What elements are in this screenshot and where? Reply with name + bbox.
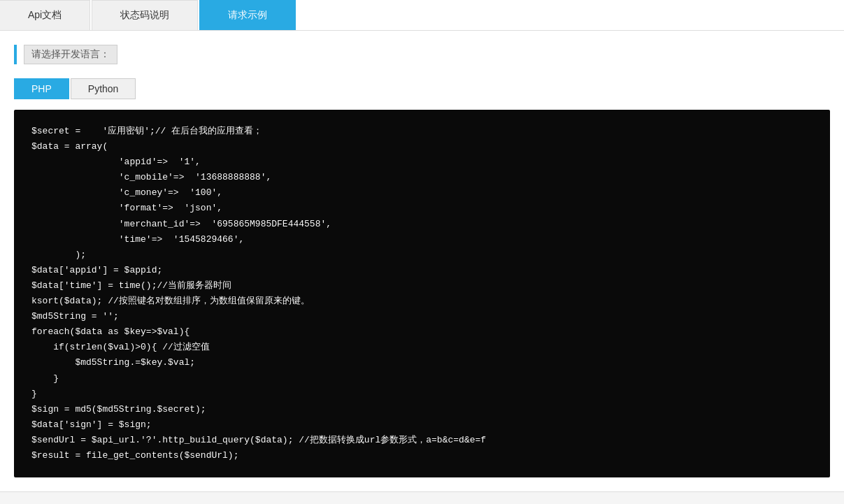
tab-status-code[interactable]: 状态码说明 bbox=[92, 0, 198, 30]
code-line-13: $md5String = ''; bbox=[31, 309, 813, 324]
code-line-16: $md5String.=$key.$val; bbox=[31, 355, 813, 370]
code-line-2: $data = array( bbox=[31, 139, 813, 154]
lang-selector-label: 请选择开发语言： bbox=[24, 45, 117, 64]
code-line-4: 'c_mobile'=> '13688888888', bbox=[31, 170, 813, 185]
code-line-1: $secret = '应用密钥';// 在后台我的应用查看； bbox=[31, 124, 813, 139]
code-line-8: 'time'=> '1545829466', bbox=[31, 232, 813, 247]
code-line-17: } bbox=[31, 371, 813, 387]
code-line-5: 'c_money'=> '100', bbox=[31, 185, 813, 201]
main-container: Api文档 状态码说明 请求示例 请选择开发语言： PHP Python $se… bbox=[0, 0, 844, 504]
code-line-3: 'appid'=> '1', bbox=[31, 154, 813, 170]
content-area: 请选择开发语言： PHP Python $secret = '应用密钥';// … bbox=[0, 31, 844, 491]
code-line-10: $data['appid'] = $appid; bbox=[31, 263, 813, 278]
lang-btn-python[interactable]: Python bbox=[71, 78, 136, 99]
code-line-15: if(strlen($val)>0){ //过滤空值 bbox=[31, 340, 813, 355]
code-line-18: } bbox=[31, 387, 813, 402]
code-line-12: ksort($data); //按照键名对数组排序，为数组值保留原来的键。 bbox=[31, 294, 813, 309]
code-line-14: foreach($data as $key=>$val){ bbox=[31, 324, 813, 340]
code-line-22: $result = file_get_contents($sendUrl); bbox=[31, 448, 813, 463]
code-line-19: $sign = md5($md5String.$secret); bbox=[31, 402, 813, 417]
code-line-20: $data['sign'] = $sign; bbox=[31, 417, 813, 433]
lang-buttons: PHP Python bbox=[14, 78, 830, 99]
code-line-9: ); bbox=[31, 247, 813, 263]
tab-request-example[interactable]: 请求示例 bbox=[199, 0, 296, 30]
code-line-6: 'format'=> 'json', bbox=[31, 201, 813, 216]
lang-selector: 请选择开发语言： bbox=[14, 45, 830, 64]
code-line-11: $data['time'] = time();//当前服务器时间 bbox=[31, 278, 813, 294]
code-block: $secret = '应用密钥';// 在后台我的应用查看；$data = ar… bbox=[14, 110, 830, 477]
code-line-7: 'merchant_id'=> '695865M985DFE444558', bbox=[31, 217, 813, 232]
lang-btn-php[interactable]: PHP bbox=[14, 78, 69, 99]
tab-api-doc[interactable]: Api文档 bbox=[0, 0, 90, 30]
code-line-21: $sendUrl = $api_url.'?'.http_build_query… bbox=[31, 433, 813, 448]
tabs-bar: Api文档 状态码说明 请求示例 bbox=[0, 0, 844, 31]
footer bbox=[0, 491, 844, 504]
